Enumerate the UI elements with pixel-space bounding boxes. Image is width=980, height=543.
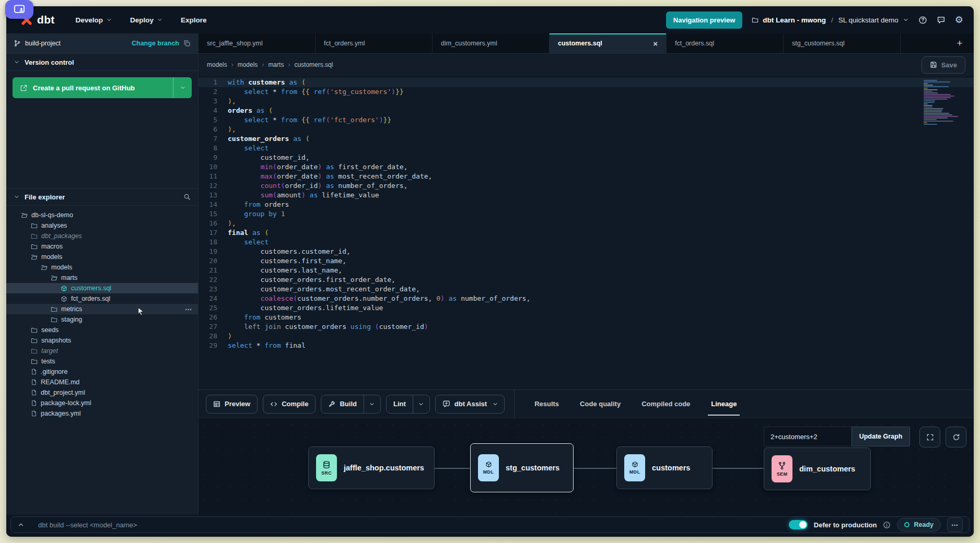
tree-item-packages-yml[interactable]: packages.yml: [6, 408, 198, 419]
navigation-preview-button[interactable]: Navigation preview: [666, 11, 742, 29]
tree-item-db-sl-qs-demo[interactable]: db-sl-qs-demo: [6, 210, 198, 220]
minimap-line: [924, 94, 951, 95]
split-dropdown[interactable]: [364, 395, 380, 413]
editor-minimap[interactable]: [924, 80, 960, 125]
code-editor[interactable]: 1with customers as (2 select * from {{ r…: [199, 76, 974, 389]
code-token: }}: [395, 87, 404, 97]
code-line-7: 7customer_orders as (: [199, 134, 974, 144]
tab-fct-orders-yml[interactable]: fct_orders.yml: [316, 33, 433, 53]
menu-develop[interactable]: Develop: [76, 16, 113, 24]
update-graph-button[interactable]: Update Graph: [851, 427, 910, 446]
lineage-node-stg-customers[interactable]: MDLstg_customers: [470, 443, 574, 492]
account-project-switcher[interactable]: dbt Learn - mwong / SL quickstart demo: [752, 16, 909, 24]
minimap-line: [924, 83, 928, 84]
tree-item-customers-sql[interactable]: customers.sql: [6, 283, 198, 293]
code-line-23: 23 customer_orders.most_recent_order_dat…: [199, 285, 974, 294]
tree-item-staging[interactable]: staging: [6, 314, 198, 325]
feedback-icon[interactable]: [937, 16, 946, 25]
tree-item-dbt-project-yml[interactable]: dbt_project.yml: [6, 387, 198, 398]
more-options-button[interactable]: ⋯: [947, 517, 963, 532]
tree-item-package-lock-yml[interactable]: package-lock.yml: [6, 398, 198, 408]
info-icon[interactable]: [883, 521, 891, 529]
defer-toggle[interactable]: [789, 520, 808, 529]
tree-item-fct-orders-sql[interactable]: fct_orders.sql: [6, 293, 198, 304]
command-input[interactable]: dbt build --select <model_name>: [38, 521, 783, 529]
external-link-icon: [20, 84, 28, 92]
code-token: customers: [264, 313, 301, 322]
tab-src-jaffle-shop-yml[interactable]: src_jaffle_shop.yml: [199, 33, 316, 53]
console-tab-results[interactable]: Results: [533, 397, 560, 411]
tree-item-label: fct_orders.sql: [71, 295, 110, 302]
tab-dim-customers-yml[interactable]: dim_customers.yml: [433, 33, 550, 53]
new-tab-button[interactable]: +: [946, 33, 974, 53]
chevron-up-icon[interactable]: [17, 521, 25, 528]
tree-item-tests[interactable]: tests: [6, 356, 198, 367]
tree-item-readme-md[interactable]: README.md: [6, 377, 198, 387]
breadcrumb-item[interactable]: models: [238, 61, 258, 68]
dbt-assist-button[interactable]: dbt Assist: [435, 395, 505, 414]
split-dropdown[interactable]: [413, 395, 429, 413]
tree-item-marts[interactable]: marts: [6, 273, 198, 283]
chevron-down-icon: [14, 59, 20, 65]
tree-item-models[interactable]: models: [6, 262, 198, 273]
version-control-header[interactable]: Version control: [6, 53, 198, 71]
tree-item-analyses[interactable]: analyses: [6, 220, 198, 231]
lint-button[interactable]: Lint: [386, 395, 430, 414]
search-icon[interactable]: [183, 193, 191, 200]
lineage-node-jaffle-shop-customers[interactable]: SRCjaffle_shop.customers: [308, 446, 435, 489]
code-token: (: [281, 181, 285, 191]
fullscreen-button[interactable]: [919, 427, 940, 447]
tab-fct-orders-sql[interactable]: fct_orders.sql: [667, 33, 784, 53]
tree-item-target[interactable]: target: [6, 346, 198, 356]
copy-icon[interactable]: [183, 40, 191, 47]
screen: { "topbar": { "logo": "dbt", "menus": [ …: [0, 0, 980, 543]
create-pull-request-button[interactable]: Create a pull request on GitHub: [13, 77, 192, 98]
tab-customers-sql[interactable]: customers.sql×: [550, 33, 667, 53]
folder-icon: [31, 348, 38, 355]
refresh-button[interactable]: [946, 427, 966, 447]
line-number: 25: [199, 303, 228, 313]
save-button[interactable]: Save: [921, 56, 965, 74]
code-token: select: [244, 115, 273, 125]
code-token: ): [301, 191, 310, 200]
tree-item-models[interactable]: models: [6, 252, 198, 262]
folder-open-icon: [51, 275, 57, 281]
tree-item--gitignore[interactable]: .gitignore: [6, 367, 198, 377]
build-button[interactable]: Build: [321, 395, 381, 414]
item-options-button[interactable]: ⋯: [185, 305, 193, 313]
code-token: *: [273, 115, 281, 125]
tree-item-macros[interactable]: macros: [6, 241, 198, 252]
breadcrumb-item[interactable]: customers.sql: [294, 61, 333, 68]
tree-item-metrics[interactable]: metrics⋯: [6, 304, 198, 314]
minimap-line: [924, 119, 937, 120]
pr-button-dropdown[interactable]: [173, 77, 192, 98]
close-tab-icon[interactable]: ×: [648, 39, 658, 48]
breadcrumb-item[interactable]: marts: [268, 61, 284, 68]
lineage-node-customers[interactable]: MDLcustomers: [616, 446, 713, 489]
code-token: orders: [228, 106, 256, 115]
lineage-node-dim-customers[interactable]: SEMdim_customers: [764, 447, 871, 490]
console-tab-code-quality[interactable]: Code quality: [579, 397, 622, 411]
menu-deploy[interactable]: Deploy: [130, 16, 163, 24]
console-tab-lineage[interactable]: Lineage: [710, 397, 738, 411]
top-menus: DevelopDeployExplore: [76, 16, 207, 24]
minimap-line: [924, 110, 942, 111]
menu-explore[interactable]: Explore: [181, 16, 207, 24]
breadcrumb-item[interactable]: models: [207, 61, 227, 68]
tab-stg-customers-sql[interactable]: stg_customers.sql: [784, 33, 901, 53]
compile-button[interactable]: Compile: [263, 395, 316, 414]
code-token: customers.customer_id,: [228, 247, 351, 256]
tree-item-dbt-packages[interactable]: dbt_packages: [6, 231, 198, 241]
file-explorer-header[interactable]: File explorer: [6, 188, 198, 206]
cube-icon: [632, 461, 638, 468]
lineage-search-input[interactable]: 2+customers+2: [764, 427, 851, 446]
console-tab-compiled-code[interactable]: Compiled code: [640, 397, 691, 411]
ready-status-badge[interactable]: Ready: [897, 518, 941, 532]
tree-item-label: macros: [41, 243, 63, 250]
change-branch-link[interactable]: Change branch: [132, 40, 179, 47]
tree-item-snapshots[interactable]: snapshots: [6, 335, 198, 346]
help-icon[interactable]: [918, 16, 927, 25]
preview-button[interactable]: Preview: [206, 395, 258, 414]
tree-item-seeds[interactable]: seeds: [6, 325, 198, 335]
gear-icon[interactable]: ⚙: [955, 15, 963, 25]
